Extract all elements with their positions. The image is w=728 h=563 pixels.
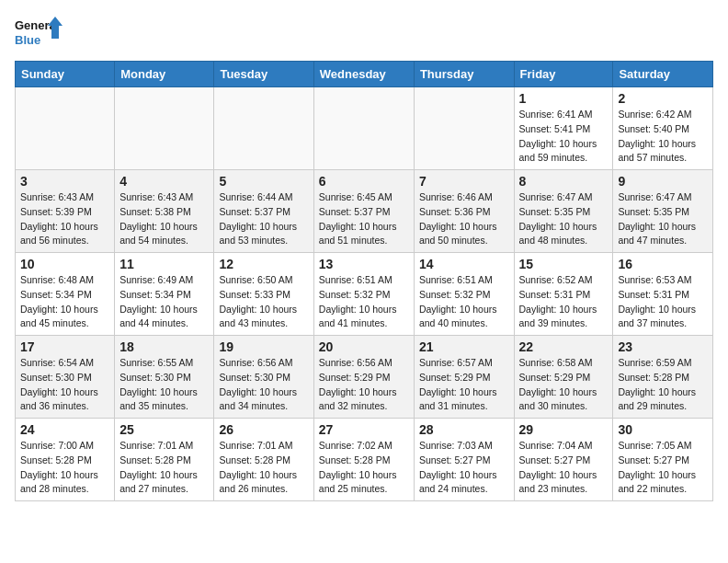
day-number: 25 <box>119 422 209 437</box>
day-info: Sunrise: 7:00 AMSunset: 5:28 PMDaylight:… <box>20 439 109 497</box>
day-number: 11 <box>119 257 209 271</box>
day-number: 18 <box>119 339 209 354</box>
day-number: 7 <box>419 174 509 189</box>
day-info: Sunrise: 7:01 AMSunset: 5:28 PMDaylight:… <box>219 439 308 497</box>
day-info: Sunrise: 6:57 AMSunset: 5:29 PMDaylight:… <box>419 356 509 414</box>
day-info: Sunrise: 6:51 AMSunset: 5:32 PMDaylight:… <box>319 273 409 331</box>
day-info: Sunrise: 6:44 AMSunset: 5:37 PMDaylight:… <box>219 190 308 248</box>
day-number: 14 <box>419 257 509 271</box>
calendar-cell: 25Sunrise: 7:01 AMSunset: 5:28 PMDayligh… <box>115 419 214 501</box>
calendar-cell: 28Sunrise: 7:03 AMSunset: 5:27 PMDayligh… <box>414 419 514 501</box>
calendar-cell: 11Sunrise: 6:49 AMSunset: 5:34 PMDayligh… <box>115 253 214 336</box>
day-info: Sunrise: 7:03 AMSunset: 5:27 PMDaylight:… <box>419 439 509 497</box>
weekday-header-friday: Friday <box>514 62 613 87</box>
weekday-header-tuesday: Tuesday <box>214 62 313 87</box>
calendar-cell: 17Sunrise: 6:54 AMSunset: 5:30 PMDayligh… <box>16 336 115 419</box>
logo-icon: General Blue <box>15 15 70 52</box>
day-number: 6 <box>319 174 409 189</box>
day-number: 16 <box>618 257 708 271</box>
calendar-cell: 19Sunrise: 6:56 AMSunset: 5:30 PMDayligh… <box>214 336 313 419</box>
calendar-cell <box>115 87 214 170</box>
calendar-cell: 22Sunrise: 6:58 AMSunset: 5:29 PMDayligh… <box>514 336 613 419</box>
calendar-cell: 29Sunrise: 7:04 AMSunset: 5:27 PMDayligh… <box>514 419 613 501</box>
day-info: Sunrise: 6:45 AMSunset: 5:37 PMDaylight:… <box>319 190 409 248</box>
day-info: Sunrise: 6:58 AMSunset: 5:29 PMDaylight:… <box>519 356 609 414</box>
calendar-cell: 16Sunrise: 6:53 AMSunset: 5:31 PMDayligh… <box>613 253 713 336</box>
day-number: 3 <box>20 174 109 189</box>
calendar-cell: 3Sunrise: 6:43 AMSunset: 5:39 PMDaylight… <box>16 170 115 253</box>
day-info: Sunrise: 6:54 AMSunset: 5:30 PMDaylight:… <box>20 356 109 414</box>
calendar-week-row: 17Sunrise: 6:54 AMSunset: 5:30 PMDayligh… <box>16 336 713 419</box>
calendar-cell: 13Sunrise: 6:51 AMSunset: 5:32 PMDayligh… <box>313 253 414 336</box>
day-number: 28 <box>419 422 509 437</box>
day-number: 26 <box>219 422 308 437</box>
calendar-cell: 20Sunrise: 6:56 AMSunset: 5:29 PMDayligh… <box>313 336 414 419</box>
day-info: Sunrise: 6:42 AMSunset: 5:40 PMDaylight:… <box>618 108 708 166</box>
day-number: 5 <box>219 174 308 189</box>
calendar-cell: 30Sunrise: 7:05 AMSunset: 5:27 PMDayligh… <box>613 419 713 501</box>
calendar-week-row: 10Sunrise: 6:48 AMSunset: 5:34 PMDayligh… <box>16 253 713 336</box>
day-number: 23 <box>618 339 708 354</box>
calendar-cell: 5Sunrise: 6:44 AMSunset: 5:37 PMDaylight… <box>214 170 313 253</box>
calendar-cell <box>414 87 514 170</box>
calendar-cell <box>214 87 313 170</box>
page-header: General Blue <box>15 15 713 52</box>
day-number: 9 <box>618 174 708 189</box>
day-info: Sunrise: 6:43 AMSunset: 5:39 PMDaylight:… <box>20 190 109 248</box>
calendar-week-row: 3Sunrise: 6:43 AMSunset: 5:39 PMDaylight… <box>16 170 713 253</box>
weekday-header-row: SundayMondayTuesdayWednesdayThursdayFrid… <box>16 62 713 87</box>
day-info: Sunrise: 6:52 AMSunset: 5:31 PMDaylight:… <box>519 273 609 331</box>
weekday-header-monday: Monday <box>115 62 214 87</box>
calendar-cell: 2Sunrise: 6:42 AMSunset: 5:40 PMDaylight… <box>613 87 713 170</box>
day-number: 8 <box>519 174 609 189</box>
day-info: Sunrise: 6:50 AMSunset: 5:33 PMDaylight:… <box>219 273 308 331</box>
calendar-cell: 4Sunrise: 6:43 AMSunset: 5:38 PMDaylight… <box>115 170 214 253</box>
calendar-cell: 26Sunrise: 7:01 AMSunset: 5:28 PMDayligh… <box>214 419 313 501</box>
day-number: 12 <box>219 257 308 271</box>
calendar-cell: 24Sunrise: 7:00 AMSunset: 5:28 PMDayligh… <box>16 419 115 501</box>
day-info: Sunrise: 6:49 AMSunset: 5:34 PMDaylight:… <box>119 273 209 331</box>
day-number: 20 <box>319 339 409 354</box>
calendar-cell: 21Sunrise: 6:57 AMSunset: 5:29 PMDayligh… <box>414 336 514 419</box>
day-number: 22 <box>519 339 609 354</box>
calendar-cell: 23Sunrise: 6:59 AMSunset: 5:28 PMDayligh… <box>613 336 713 419</box>
day-info: Sunrise: 6:53 AMSunset: 5:31 PMDaylight:… <box>618 273 708 331</box>
weekday-header-sunday: Sunday <box>16 62 115 87</box>
calendar-table: SundayMondayTuesdayWednesdayThursdayFrid… <box>15 61 713 501</box>
calendar-cell: 9Sunrise: 6:47 AMSunset: 5:35 PMDaylight… <box>613 170 713 253</box>
day-number: 1 <box>519 91 609 106</box>
calendar-cell: 10Sunrise: 6:48 AMSunset: 5:34 PMDayligh… <box>16 253 115 336</box>
day-info: Sunrise: 6:59 AMSunset: 5:28 PMDaylight:… <box>618 356 708 414</box>
calendar-cell: 27Sunrise: 7:02 AMSunset: 5:28 PMDayligh… <box>313 419 414 501</box>
day-info: Sunrise: 7:02 AMSunset: 5:28 PMDaylight:… <box>319 439 409 497</box>
day-info: Sunrise: 7:04 AMSunset: 5:27 PMDaylight:… <box>519 439 609 497</box>
day-number: 10 <box>20 257 109 271</box>
day-number: 29 <box>519 422 609 437</box>
calendar-cell: 18Sunrise: 6:55 AMSunset: 5:30 PMDayligh… <box>115 336 214 419</box>
calendar-cell <box>313 87 414 170</box>
day-info: Sunrise: 6:48 AMSunset: 5:34 PMDaylight:… <box>20 273 109 331</box>
day-info: Sunrise: 6:56 AMSunset: 5:29 PMDaylight:… <box>319 356 409 414</box>
logo: General Blue <box>15 15 70 52</box>
day-info: Sunrise: 6:47 AMSunset: 5:35 PMDaylight:… <box>618 190 708 248</box>
day-info: Sunrise: 6:46 AMSunset: 5:36 PMDaylight:… <box>419 190 509 248</box>
day-number: 24 <box>20 422 109 437</box>
calendar-week-row: 1Sunrise: 6:41 AMSunset: 5:41 PMDaylight… <box>16 87 713 170</box>
day-number: 30 <box>618 422 708 437</box>
calendar-cell: 14Sunrise: 6:51 AMSunset: 5:32 PMDayligh… <box>414 253 514 336</box>
day-number: 4 <box>119 174 209 189</box>
day-info: Sunrise: 7:01 AMSunset: 5:28 PMDaylight:… <box>119 439 209 497</box>
calendar-cell: 8Sunrise: 6:47 AMSunset: 5:35 PMDaylight… <box>514 170 613 253</box>
weekday-header-thursday: Thursday <box>414 62 514 87</box>
day-number: 15 <box>519 257 609 271</box>
calendar-cell: 15Sunrise: 6:52 AMSunset: 5:31 PMDayligh… <box>514 253 613 336</box>
day-info: Sunrise: 6:47 AMSunset: 5:35 PMDaylight:… <box>519 190 609 248</box>
calendar-cell: 7Sunrise: 6:46 AMSunset: 5:36 PMDaylight… <box>414 170 514 253</box>
day-info: Sunrise: 6:51 AMSunset: 5:32 PMDaylight:… <box>419 273 509 331</box>
calendar-cell: 1Sunrise: 6:41 AMSunset: 5:41 PMDaylight… <box>514 87 613 170</box>
calendar-cell: 12Sunrise: 6:50 AMSunset: 5:33 PMDayligh… <box>214 253 313 336</box>
calendar-week-row: 24Sunrise: 7:00 AMSunset: 5:28 PMDayligh… <box>16 419 713 501</box>
day-number: 17 <box>20 339 109 354</box>
day-number: 27 <box>319 422 409 437</box>
day-number: 2 <box>618 91 708 106</box>
